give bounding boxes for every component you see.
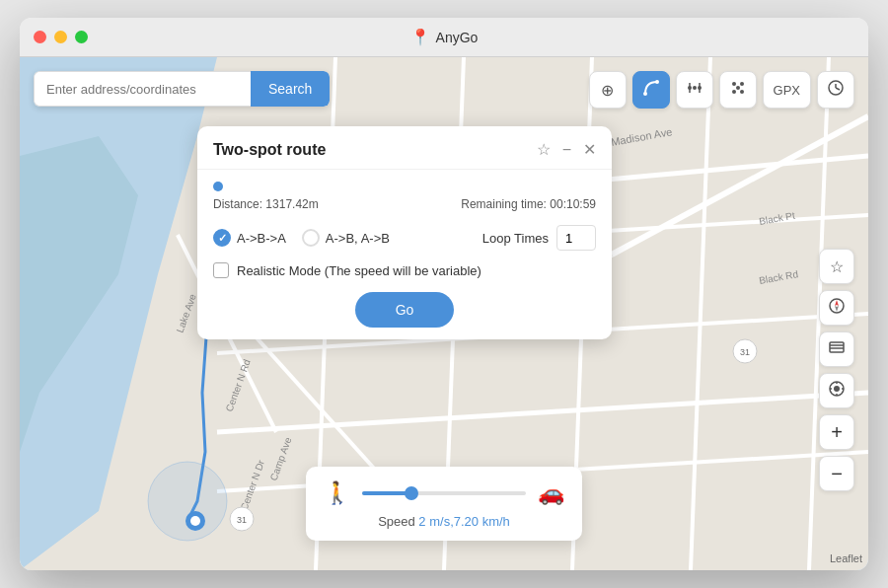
- location-icon: [828, 380, 846, 402]
- app-window: 📍 AnyGo: [20, 18, 868, 570]
- dialog-header: Two-spot route ☆ − ✕: [197, 126, 612, 170]
- option2-label: A->B, A->B: [326, 231, 390, 246]
- loop-times-input[interactable]: [556, 225, 596, 251]
- titlebar: 📍 AnyGo: [20, 18, 868, 57]
- search-button[interactable]: Search: [251, 71, 330, 107]
- remaining-time-label: Remaining time: 00:10:59: [461, 197, 596, 211]
- realistic-checkbox[interactable]: [213, 262, 229, 278]
- svg-point-26: [190, 516, 200, 526]
- clock-icon: [827, 79, 845, 101]
- waypoints-icon: [686, 79, 703, 101]
- map-container[interactable]: Madison Ave Black Pt Black Rd Lake Ave C…: [20, 57, 868, 570]
- title-area: 📍 AnyGo: [410, 28, 479, 46]
- svg-text:31: 31: [237, 515, 247, 525]
- dialog-header-actions: ☆ − ✕: [537, 140, 596, 159]
- leaflet-badge: Leaflet: [830, 552, 862, 564]
- sidebar-right: ☆: [819, 249, 854, 491]
- window-controls: [34, 31, 88, 43]
- svg-point-35: [693, 86, 697, 90]
- dialog-body: Distance: 1317.42m Remaining time: 00:10…: [197, 170, 612, 339]
- minimize-button[interactable]: [54, 31, 67, 43]
- speed-slider-wrap: [362, 491, 526, 495]
- crosshair-icon: ⊕: [601, 81, 614, 100]
- dots-icon: [729, 79, 747, 101]
- distance-label: Distance: 1317.42m: [213, 197, 319, 211]
- favorite-button[interactable]: ☆: [819, 249, 854, 284]
- app-title: AnyGo: [436, 30, 479, 45]
- close-button[interactable]: [34, 31, 46, 43]
- star-icon[interactable]: ☆: [537, 140, 551, 159]
- speed-value: 2 m/s,7.20 km/h: [418, 514, 509, 529]
- speed-label: Speed 2 m/s,7.20 km/h: [324, 514, 564, 529]
- dialog-title: Two-spot route: [213, 141, 326, 159]
- pin-icon: 📍: [410, 28, 430, 46]
- route-button[interactable]: [632, 71, 670, 109]
- loop-times-control: Loop Times: [482, 225, 596, 251]
- compass-button[interactable]: [819, 290, 854, 326]
- svg-point-39: [732, 82, 736, 86]
- compass-icon: [828, 297, 846, 319]
- car-icon: 🚗: [538, 480, 564, 506]
- svg-line-46: [836, 88, 840, 90]
- zoom-out-button[interactable]: −: [819, 456, 854, 491]
- route-options-row: A->B->A A->B, A->B Loop Times: [213, 225, 596, 251]
- speed-slider-track: [362, 491, 526, 495]
- svg-point-22: [148, 462, 227, 541]
- speed-icons-row: 🚶 🚗: [324, 480, 564, 506]
- svg-point-33: [655, 80, 659, 84]
- gpx-label: GPX: [774, 83, 800, 98]
- minimize-icon[interactable]: −: [562, 141, 571, 159]
- toolbar-top-right: ⊕: [589, 71, 854, 109]
- svg-text:31: 31: [740, 347, 750, 357]
- option-a-b-a[interactable]: A->B->A: [213, 229, 286, 247]
- loop-times-label: Loop Times: [482, 231, 549, 246]
- route-icon: [642, 79, 660, 101]
- dots-button[interactable]: [719, 71, 757, 109]
- svg-point-41: [732, 90, 736, 94]
- radio-checked: [213, 229, 231, 247]
- route-info-row: Distance: 1317.42m Remaining time: 00:10…: [213, 197, 596, 211]
- walk-icon: 🚶: [324, 480, 350, 506]
- star-sidebar-icon: ☆: [830, 257, 844, 276]
- crosshair-button[interactable]: ⊕: [589, 71, 627, 109]
- search-input[interactable]: [34, 71, 251, 107]
- svg-point-42: [740, 90, 744, 94]
- plus-icon: +: [831, 421, 843, 444]
- close-dialog-icon[interactable]: ✕: [583, 140, 596, 159]
- minus-icon: −: [831, 463, 843, 485]
- svg-point-32: [643, 92, 647, 96]
- maximize-button[interactable]: [75, 31, 88, 43]
- option1-label: A->B->A: [237, 231, 286, 246]
- toolbar-top-left: Search: [34, 71, 330, 107]
- map-layers-icon: [828, 338, 846, 360]
- zoom-in-button[interactable]: +: [819, 414, 854, 450]
- route-dialog: Two-spot route ☆ − ✕ Distance: 1317.42m …: [197, 126, 612, 339]
- gpx-button[interactable]: GPX: [763, 71, 811, 109]
- waypoints-button[interactable]: [676, 71, 713, 109]
- map-layers-button[interactable]: [819, 331, 854, 367]
- speed-slider-thumb[interactable]: [405, 486, 418, 500]
- route-point-dot: [213, 182, 223, 191]
- location-button[interactable]: [819, 373, 854, 408]
- svg-marker-48: [835, 300, 839, 306]
- history-button[interactable]: [817, 71, 854, 109]
- svg-point-54: [834, 386, 840, 392]
- realistic-mode-row: Realistic Mode (The speed will be variab…: [213, 262, 596, 278]
- option-a-b[interactable]: A->B, A->B: [302, 229, 390, 247]
- search-bar: Search: [34, 71, 330, 107]
- go-button[interactable]: Go: [355, 292, 454, 328]
- realistic-label: Realistic Mode (The speed will be variab…: [237, 263, 481, 278]
- svg-rect-50: [830, 342, 844, 352]
- radio-unchecked: [302, 229, 320, 247]
- svg-point-43: [736, 86, 740, 90]
- svg-marker-49: [835, 306, 839, 312]
- svg-point-40: [740, 82, 744, 86]
- speed-text: Speed: [378, 514, 415, 529]
- speed-panel: 🚶 🚗 Speed 2 m/s,7.20 km/h: [306, 467, 582, 541]
